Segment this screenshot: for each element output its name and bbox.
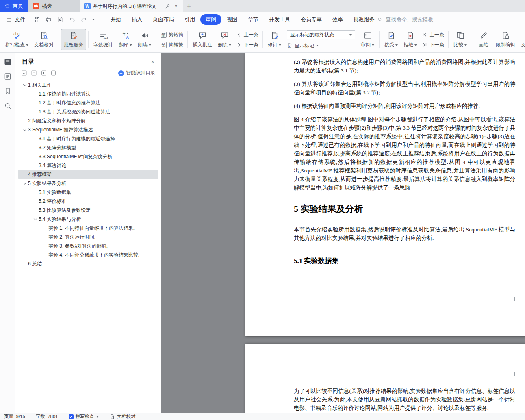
spell-check-toggle[interactable]: 拼写检查	[69, 413, 99, 420]
toc-item[interactable]: 实验 4. 不同评分稀疏度下的实验结果比较.	[18, 250, 158, 259]
document-permission-button[interactable]: 文档权限	[518, 29, 525, 50]
paragraph-section-5-intro[interactable]: 本节首先介绍实验所用数据集,然后说明评价标准及对比算法,最后给出 Sequent…	[294, 225, 515, 242]
menu-tab[interactable]: 效率	[327, 14, 348, 25]
chevron-down-icon[interactable]	[34, 217, 37, 220]
toc-item[interactable]: 3.4 算法讨论	[18, 161, 158, 170]
reviewing-pane-button[interactable]: 审阅	[358, 29, 377, 50]
reject-change-button[interactable]: 拒绝	[401, 29, 420, 50]
compare-button[interactable]: 比较	[451, 29, 470, 50]
toc-item[interactable]: 实验 3. 参数λ对算法的影响.	[18, 242, 158, 250]
read-aloud-button[interactable]: 朗读	[135, 29, 154, 50]
toc-item[interactable]: 6 总结	[18, 259, 158, 268]
toc-item[interactable]: 1.2 基于时序信息的推荐算法	[18, 98, 158, 107]
close-tab-icon[interactable]: ×	[173, 3, 179, 9]
toc-item[interactable]: 3 SequentialMF 推荐算法描述	[18, 125, 158, 134]
toc-item[interactable]: 2 问题定义和概率矩阵分解	[18, 116, 158, 125]
toc-item[interactable]: 3.3 SequentialMF 时间复杂度分析	[18, 152, 158, 161]
read-aloud-label: 朗读	[138, 41, 151, 48]
document-page-10[interactable]: 为了可以比较不同信息(关系)对推荐结果的影响,实验数据集应当含有评分信息、标签信…	[245, 344, 525, 413]
home-tab[interactable]: 首页	[0, 0, 28, 12]
page-indicator[interactable]: 页面: 9/15	[4, 413, 25, 420]
toc-item[interactable]: 实验 1. 不同特征向量维度下的算法结果.	[18, 224, 158, 233]
toc-item[interactable]: 5.1 实验数据集	[18, 188, 158, 197]
menu-tab[interactable]: 批改服务	[348, 14, 380, 25]
outline-panel-icon[interactable]	[4, 58, 12, 66]
paragraph-dataset-intro[interactable]: 为了可以比较不同信息(关系)对推荐结果的影响,实验数据集应当含有评分信息、标签信…	[294, 387, 515, 412]
gaoke-app-tab[interactable]: 稿壳	[28, 0, 80, 12]
menu-tab[interactable]: 审阅	[200, 14, 221, 25]
menu-tab[interactable]: 章节	[243, 14, 264, 25]
toc-item[interactable]: 1 相关工作	[18, 81, 158, 89]
toc-item[interactable]: 3.1 基于时序行为建模的最近邻选择	[18, 134, 158, 143]
new-tab-button[interactable]: +	[183, 0, 195, 12]
menu-tab[interactable]: 开始	[105, 14, 126, 25]
previous-comment-button[interactable]: 上一条	[236, 31, 258, 38]
menu-tab[interactable]: 页面布局	[148, 14, 179, 25]
toc-item[interactable]: 5.2 评价标准	[18, 197, 158, 206]
chevron-down-icon[interactable]	[23, 127, 26, 131]
menu-tab[interactable]: 插入	[126, 14, 148, 25]
paragraph-step-3[interactable]: (3) 算法将该近邻集合运用到概率矩阵分解模型当中,利用概率矩阵分解模型学习出用…	[294, 80, 515, 97]
track-changes-button[interactable]: 修订	[265, 29, 284, 50]
chevron-down-icon[interactable]	[23, 83, 26, 86]
grading-service-button[interactable]: 批改服务	[61, 29, 86, 50]
print-icon[interactable]	[45, 16, 52, 23]
chevron-down-icon[interactable]	[23, 181, 26, 184]
menu-tab[interactable]: 视图	[221, 14, 243, 25]
spell-check-button[interactable]: abc 拼写检查	[2, 29, 31, 50]
toc-item[interactable]: 5 实验结果及分析	[18, 179, 158, 188]
select-headings-icon[interactable]	[21, 70, 27, 76]
document-page-9[interactable]: (2) 系统将根据读入的信息构建用户的消费网络图和产品的消费网络图,并根据此图计…	[245, 53, 525, 336]
section-heading-5-1[interactable]: 5.1 实验数据集	[294, 256, 515, 265]
customize-toolbar-caret-icon[interactable]	[92, 19, 95, 20]
collapse-all-icon[interactable]	[50, 70, 56, 76]
toc-item[interactable]: 实验 2. 算法运行时间.	[18, 233, 158, 242]
accept-change-button[interactable]: 接受	[382, 29, 401, 50]
insert-comment-button[interactable]: 插入批注	[190, 29, 215, 50]
markup-state-select[interactable]: 显示标记的最终状态	[287, 30, 355, 39]
pin-icon[interactable]	[165, 4, 170, 9]
simplified-to-traditional-button[interactable]: 繁 简转繁	[161, 41, 183, 48]
menu-tab[interactable]: 引用	[179, 14, 200, 25]
document-proofread-button[interactable]: 文档校对	[31, 29, 56, 50]
delete-comment-button[interactable]: 删除	[215, 29, 234, 50]
toc-item[interactable]: 1.1 传统的协同过滤算法	[18, 89, 158, 98]
toc-item[interactable]: 1.3 基于关系挖掘的协同过滤算法	[18, 107, 158, 116]
paragraph-step-2[interactable]: (2) 系统将根据读入的信息构建用户的消费网络图和产品的消费网络图,并根据此图计…	[294, 58, 515, 75]
show-markup-button[interactable]: 显示标记	[287, 42, 355, 49]
bookmark-panel-icon[interactable]	[4, 87, 12, 95]
toc-item[interactable]: 4 推荐框架	[18, 170, 158, 179]
document-tab[interactable]: W 基于时序行为的...n) 课程论文 ×	[80, 0, 183, 12]
command-search[interactable]: 查找命令、搜索模板	[377, 12, 433, 27]
task-list-panel-icon[interactable]	[4, 72, 12, 81]
save-icon[interactable]	[33, 16, 40, 23]
undo-icon[interactable]	[69, 16, 76, 23]
proofread-status-button[interactable]: 文档校对	[109, 413, 136, 420]
toc-item[interactable]: 5.4 实验结果与分析	[18, 215, 158, 224]
toc-item[interactable]: 5.3 比较算法及参数设定	[18, 206, 158, 215]
translate-button[interactable]: 字A 翻译	[116, 29, 135, 50]
section-heading-5[interactable]: 5 实验结果及分析	[294, 202, 515, 215]
next-revision-button[interactable]: 下一条	[422, 41, 444, 48]
print-preview-icon[interactable]	[57, 16, 64, 23]
close-panel-icon[interactable]: ×	[151, 58, 154, 65]
expand-all-icon[interactable]	[41, 70, 47, 76]
restrict-editing-button[interactable]: 限制编辑	[493, 29, 518, 50]
document-workspace[interactable]: (2) 系统将根据读入的信息构建用户的消费网络图和产品的消费网络图,并根据此图计…	[161, 53, 525, 413]
menu-tab[interactable]: 会员专享	[295, 14, 327, 25]
paragraph-figure-4[interactable]: 图 4 介绍了该算法的具体过程,图中对每个步骤都进行了相应的介绍.从图中可以看出…	[294, 115, 515, 192]
smart-recognize-toc-button[interactable]: 智能识别目录	[118, 70, 155, 76]
file-menu-button[interactable]: 文件	[0, 16, 29, 23]
traditional-to-simplified-button[interactable]: 简 繁转简	[161, 31, 183, 38]
menu-tab[interactable]: 开发工具	[264, 14, 295, 25]
word-count-button[interactable]: 123 字数统计	[91, 29, 116, 50]
collapse-headings-icon[interactable]	[31, 70, 37, 76]
paragraph-step-4[interactable]: (4) 根据该特征向量预测重构评分矩阵,利用该评分矩阵对用户形成相应的推荐.	[294, 102, 515, 110]
word-count[interactable]: 字数: 7801	[36, 413, 58, 420]
search-panel-icon[interactable]	[4, 102, 12, 110]
previous-revision-button[interactable]: 上一条	[422, 31, 444, 38]
redo-icon[interactable]	[80, 16, 87, 23]
toc-item[interactable]: 3.2 矩阵分解模型	[18, 143, 158, 152]
ink-pen-button[interactable]: 画笔	[474, 29, 493, 50]
next-comment-button[interactable]: 下一条	[236, 41, 258, 48]
